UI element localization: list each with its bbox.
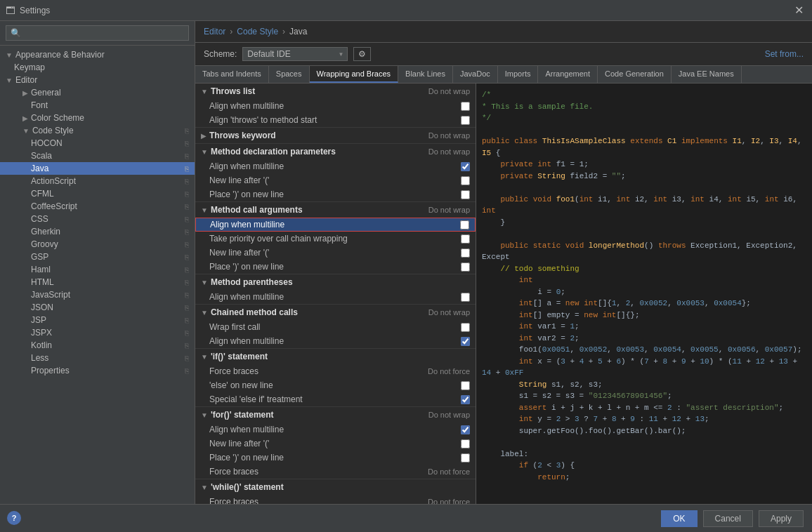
apply-button[interactable]: Apply bbox=[759, 510, 804, 527]
section-throws-list: ▼ Throws list Do not wrap Align when mul… bbox=[195, 84, 476, 128]
sidebar-item-css[interactable]: CSS ⎘ bbox=[0, 213, 195, 225]
copy-icon: ⎘ bbox=[185, 228, 189, 236]
tab-spaces[interactable]: Spaces bbox=[269, 66, 310, 83]
checkbox-if-else-newline[interactable] bbox=[461, 381, 470, 390]
section-header-while[interactable]: ▼ 'while()' statement bbox=[195, 479, 476, 495]
checkbox-throws-align-multiline[interactable] bbox=[461, 102, 470, 111]
setting-mp-align-multiline: Align when multiline bbox=[195, 290, 476, 304]
checkbox-throws-align-throws[interactable] bbox=[461, 116, 470, 125]
tab-tabs-indents[interactable]: Tabs and Indents bbox=[195, 66, 269, 83]
code-line: if (2 < 3) { bbox=[482, 460, 806, 472]
close-button[interactable]: ✕ bbox=[792, 4, 806, 17]
checkbox-mp-align-multiline[interactable] bbox=[461, 293, 470, 302]
scheme-select[interactable]: Default IDE bbox=[242, 47, 348, 61]
sidebar-item-groovy[interactable]: Groovy ⎘ bbox=[0, 238, 195, 251]
sidebar-item-javascript[interactable]: JavaScript ⎘ bbox=[0, 288, 195, 301]
code-line: int var2 = 2; bbox=[482, 333, 806, 345]
checkbox-mdp-place-rparen[interactable] bbox=[461, 190, 470, 199]
tab-java-ee-names[interactable]: Java EE Names bbox=[672, 66, 742, 83]
copy-icon: ⎘ bbox=[185, 241, 189, 248]
checkbox-for-place-rparen[interactable] bbox=[461, 453, 470, 463]
sidebar-item-cfml[interactable]: CFML ⎘ bbox=[0, 187, 195, 200]
section-header-mca[interactable]: ▼ Method call arguments Do not wrap bbox=[195, 202, 476, 218]
code-line: int bbox=[482, 274, 806, 286]
search-input[interactable] bbox=[6, 25, 189, 41]
sidebar-item-keymap[interactable]: Keymap bbox=[0, 61, 195, 74]
sidebar-item-properties[interactable]: Properties ⎘ bbox=[0, 364, 195, 377]
section-header-mp[interactable]: ▼ Method parentheses bbox=[195, 274, 476, 290]
code-line: s1 = s2 = s3 = "012345678901456"; bbox=[482, 390, 806, 402]
tab-arrangement[interactable]: Arrangement bbox=[538, 66, 598, 83]
set-from-link[interactable]: Set from... bbox=[765, 49, 804, 59]
setting-if-force-braces: Force braces Do not force bbox=[195, 364, 476, 378]
sidebar-item-java[interactable]: Java ⎘ bbox=[0, 162, 195, 175]
sidebar-item-html[interactable]: HTML ⎘ bbox=[0, 276, 195, 288]
checkbox-mca-newline-after[interactable] bbox=[461, 248, 470, 258]
code-line: int[] empty = new int[]{}; bbox=[482, 310, 806, 321]
checkbox-mca-align-multiline[interactable] bbox=[460, 220, 469, 230]
tab-wrapping-braces[interactable]: Wrapping and Braces bbox=[310, 66, 399, 83]
scheme-gear-button[interactable]: ⚙ bbox=[353, 47, 371, 61]
copy-icon: ⎘ bbox=[185, 215, 189, 223]
sidebar-item-color-scheme[interactable]: ▶ Color Scheme bbox=[0, 112, 195, 124]
section-for-statement: ▼ 'for()' statement Do not wrap Align wh… bbox=[195, 407, 476, 479]
checkbox-mca-place-rparen[interactable] bbox=[461, 262, 470, 272]
sidebar-item-appearance[interactable]: ▼ Appearance & Behavior bbox=[0, 48, 195, 61]
checkbox-cmc-align-multiline[interactable] bbox=[461, 337, 470, 346]
sidebar-item-actionscript[interactable]: ActionScript ⎘ bbox=[0, 175, 195, 187]
sidebar-item-less[interactable]: Less ⎘ bbox=[0, 352, 195, 364]
code-line: int var1 = 1; bbox=[482, 321, 806, 333]
breadcrumb-code-style[interactable]: Code Style bbox=[237, 27, 278, 36]
sidebar-item-gherkin[interactable]: Gherkin ⎘ bbox=[0, 225, 195, 238]
copy-icon: ⎘ bbox=[185, 367, 189, 375]
sidebar-item-general[interactable]: ▶ General bbox=[0, 86, 195, 99]
tab-code-generation[interactable]: Code Generation bbox=[598, 66, 672, 83]
breadcrumb-editor[interactable]: Editor bbox=[204, 27, 225, 36]
tab-imports[interactable]: Imports bbox=[498, 66, 539, 83]
sidebar-item-json[interactable]: JSON ⎘ bbox=[0, 301, 195, 314]
sidebar-item-font[interactable]: Font bbox=[0, 99, 195, 112]
code-line: assert i + j + k + l + n + m <= 2 : "ass… bbox=[482, 402, 806, 414]
section-header-throws-list[interactable]: ▼ Throws list Do not wrap bbox=[195, 84, 476, 99]
sidebar-item-editor[interactable]: ▼ Editor bbox=[0, 74, 195, 86]
copy-icon: ⎘ bbox=[185, 317, 189, 324]
ok-button[interactable]: OK bbox=[661, 510, 697, 527]
sidebar-item-jsp[interactable]: JSP ⎘ bbox=[0, 314, 195, 326]
help-button[interactable]: ? bbox=[7, 511, 21, 525]
checkbox-if-special-else[interactable] bbox=[461, 395, 470, 404]
checkbox-for-align-multiline[interactable] bbox=[461, 425, 470, 434]
sidebar-item-haml[interactable]: Haml ⎘ bbox=[0, 263, 195, 276]
setting-mca-newline-after: New line after '(' bbox=[195, 246, 476, 260]
setting-cmc-align-multiline: Align when multiline bbox=[195, 334, 476, 348]
code-line: /* bbox=[482, 89, 806, 101]
section-header-throws-keyword[interactable]: ▶ Throws keyword Do not wrap bbox=[195, 128, 476, 143]
section-header-if[interactable]: ▼ 'if()' statement bbox=[195, 349, 476, 364]
sidebar-item-scala[interactable]: Scala ⎘ bbox=[0, 149, 195, 162]
sidebar-item-code-style[interactable]: ▼ Code Style ⎘ bbox=[0, 124, 195, 137]
search-box bbox=[0, 21, 195, 46]
checkbox-mca-take-priority[interactable] bbox=[461, 234, 470, 244]
code-preview: /* * This is a sample file. */ public cl… bbox=[476, 84, 812, 504]
checkbox-for-newline-after[interactable] bbox=[461, 439, 470, 448]
cancel-button[interactable]: Cancel bbox=[703, 510, 753, 527]
tab-blank-lines[interactable]: Blank Lines bbox=[398, 66, 453, 83]
sidebar-item-hocon[interactable]: HOCON ⎘ bbox=[0, 137, 195, 149]
checkbox-mdp-align-multiline[interactable] bbox=[461, 162, 470, 171]
scheme-select-wrapper: Default IDE bbox=[242, 47, 348, 61]
section-header-for[interactable]: ▼ 'for()' statement Do not wrap bbox=[195, 407, 476, 423]
sidebar-item-gsp[interactable]: GSP ⎘ bbox=[0, 251, 195, 263]
setting-for-force-braces: Force braces Do not force bbox=[195, 465, 476, 479]
tab-javadoc[interactable]: JavaDoc bbox=[453, 66, 498, 83]
section-header-mdp[interactable]: ▼ Method declaration parameters Do not w… bbox=[195, 144, 476, 159]
code-line: */ bbox=[482, 112, 806, 124]
copy-icon: ⎘ bbox=[185, 279, 189, 286]
copy-icon: ⎘ bbox=[185, 304, 189, 312]
checkbox-mdp-newline-after[interactable] bbox=[461, 176, 470, 185]
sidebar-item-jspx[interactable]: JSPX ⎘ bbox=[0, 326, 195, 339]
checkbox-cmc-wrap-first-call[interactable] bbox=[461, 323, 470, 332]
section-header-cmc[interactable]: ▼ Chained method calls Do not wrap bbox=[195, 305, 476, 320]
expand-arrow: ▼ bbox=[22, 127, 30, 135]
sidebar-item-kotlin[interactable]: Kotlin ⎘ bbox=[0, 339, 195, 352]
sidebar-item-coffeescript[interactable]: CoffeeScript ⎘ bbox=[0, 200, 195, 213]
breadcrumb-java: Java bbox=[289, 27, 307, 36]
